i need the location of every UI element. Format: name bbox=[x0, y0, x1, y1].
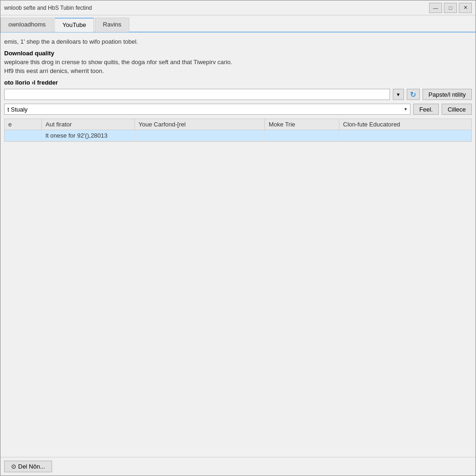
tab-ravins[interactable]: Ravins bbox=[95, 18, 129, 32]
table-header: e Aut firator Youe Carfond-[rel Moke Tri… bbox=[5, 119, 471, 130]
close-button[interactable]: ✕ bbox=[459, 3, 472, 13]
refresh-button[interactable]: ↻ bbox=[407, 89, 420, 100]
row-cell-5 bbox=[339, 130, 471, 141]
download-quality-title: Download quality bbox=[4, 50, 472, 57]
minimize-button[interactable]: — bbox=[429, 3, 442, 13]
url-dropdown-button[interactable]: ▼ bbox=[393, 89, 404, 100]
title-bar: wnloob sefte and HbS Tubin fectind — □ ✕ bbox=[0, 0, 476, 15]
feel-button[interactable]: Feel. bbox=[413, 104, 439, 115]
url-row: ▼ ↻ Papste/l ntility bbox=[4, 89, 472, 100]
window-title: wnloob sefte and HbS Tubin fectind bbox=[4, 5, 92, 11]
row-cell-1 bbox=[5, 130, 42, 141]
quality-select-wrapper: t Stualy bbox=[4, 104, 410, 115]
content-area: emis, 1' shep the a deniloars to wifo po… bbox=[0, 33, 476, 457]
description-text: emis, 1' shep the a deniloars to wifo po… bbox=[4, 38, 472, 45]
row-cell-2: lt onese for 92'(),28013 bbox=[42, 130, 135, 141]
bottom-bar: ⊙ Del Nôn... bbox=[0, 457, 476, 476]
tab-youtube[interactable]: YouTube bbox=[54, 18, 94, 32]
subsection-label: oto llorio ›l fredder bbox=[4, 79, 472, 86]
quality-select[interactable]: t Stualy bbox=[4, 104, 410, 115]
del-icon: ⊙ bbox=[11, 463, 16, 470]
tab-downloadhoms[interactable]: ownloadhoms bbox=[0, 18, 53, 32]
col-header-5: Clon-fute Educatored bbox=[339, 119, 471, 130]
col-header-1: e bbox=[5, 119, 42, 130]
quality-row: t Stualy Feel. Cillece bbox=[4, 104, 472, 115]
tab-bar: ownloadhoms YouTube Ravins bbox=[0, 15, 476, 33]
window-controls: — □ ✕ bbox=[429, 3, 472, 13]
col-header-3: Youe Carfond-[rel bbox=[135, 119, 265, 130]
main-window: wnloob sefte and HbS Tubin fectind — □ ✕… bbox=[0, 0, 476, 476]
del-label: Del Nôn... bbox=[18, 463, 45, 470]
paste-button[interactable]: Papste/l ntility bbox=[423, 89, 472, 100]
collect-button[interactable]: Cillece bbox=[442, 104, 472, 115]
row-cell-3 bbox=[135, 130, 265, 141]
del-button[interactable]: ⊙ Del Nôn... bbox=[4, 461, 52, 472]
url-input[interactable] bbox=[4, 89, 390, 100]
maximize-button[interactable]: □ bbox=[444, 3, 457, 13]
col-header-2: Aut firator bbox=[42, 119, 135, 130]
row-cell-4 bbox=[265, 130, 339, 141]
table-row[interactable]: lt onese for 92'(),28013 bbox=[5, 130, 471, 141]
download-quality-desc1: weploare this drog in crense to show qui… bbox=[4, 59, 472, 66]
col-header-4: Moke Trie bbox=[265, 119, 339, 130]
download-quality-desc2: Hf9 this eest arri denics, wherrit toon. bbox=[4, 67, 472, 74]
results-table: e Aut firator Youe Carfond-[rel Moke Tri… bbox=[4, 119, 472, 142]
